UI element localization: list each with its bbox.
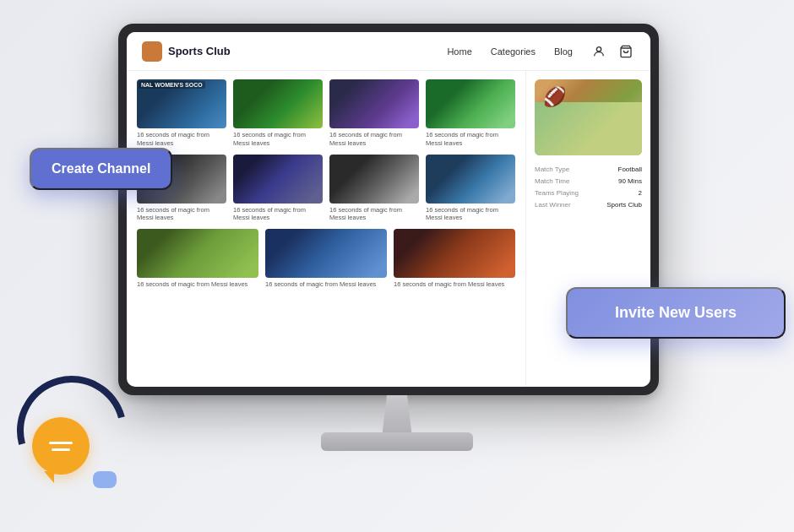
caption-9: 16 seconds of magic from Messi leaves xyxy=(137,280,258,289)
monitor: Sports Club Home Categories Blog xyxy=(118,24,676,463)
svg-point-0 xyxy=(596,46,601,51)
caption-7: 16 seconds of magic from Messi leaves xyxy=(329,206,419,223)
caption-6: 16 seconds of magic from Messi leaves xyxy=(233,206,323,223)
sidebar-stats: Match Type Football Match Time 90 Mins T… xyxy=(535,166,642,209)
stat-teams-playing: Teams Playing 2 xyxy=(535,189,642,197)
thumb-8 xyxy=(426,155,515,204)
stat-match-time: Match Time 90 Mins xyxy=(535,177,642,185)
video-card-4: 16 seconds of magic from Messi leaves xyxy=(426,79,515,148)
chat-line-1 xyxy=(49,442,73,444)
create-channel-button[interactable]: Create Channel xyxy=(30,148,172,190)
caption-2: 16 seconds of magic from Messi leaves xyxy=(233,131,323,148)
thumb-2 xyxy=(233,79,323,128)
thumb-11 xyxy=(394,229,515,278)
caption-11: 16 seconds of magic from Messi leaves xyxy=(394,280,515,289)
nav-logo: Sports Club xyxy=(142,41,231,62)
thumb-7 xyxy=(329,155,419,204)
thumb-1: NAL WOMEN'S SOCO xyxy=(137,79,226,128)
stat-value-teams: 2 xyxy=(639,189,642,197)
stat-label-match-time: Match Time xyxy=(535,177,569,185)
scene: Sports Club Home Categories Blog xyxy=(0,0,794,532)
caption-5: 16 seconds of magic from Messi leaves xyxy=(137,206,226,223)
nav-link-home[interactable]: Home xyxy=(447,46,471,57)
nav: Sports Club Home Categories Blog xyxy=(127,32,650,71)
nav-link-categories[interactable]: Categories xyxy=(491,46,536,57)
chat-line-2 xyxy=(52,448,70,451)
video-card-10: 16 seconds of magic from Messi leaves xyxy=(265,229,387,289)
sidebar-image xyxy=(535,79,642,155)
caption-10: 16 seconds of magic from Messi leaves xyxy=(265,280,387,289)
video-card-9: 16 seconds of magic from Messi leaves xyxy=(137,229,258,289)
video-grid: NAL WOMEN'S SOCO 16 seconds of magic fro… xyxy=(137,79,515,289)
grid-area: NAL WOMEN'S SOCO 16 seconds of magic fro… xyxy=(127,71,525,387)
thumb-10 xyxy=(265,229,387,278)
user-icon[interactable] xyxy=(590,42,608,61)
stat-value-winner: Sports Club xyxy=(606,201,642,209)
caption-3: 16 seconds of magic from Messi leaves xyxy=(329,131,419,148)
thumb-4 xyxy=(426,79,515,128)
thumb-3 xyxy=(329,79,419,128)
invite-users-button[interactable]: Invite New Users xyxy=(566,287,786,339)
logo-icon xyxy=(142,41,162,62)
grid-row-2: 16 seconds of magic from Messi leaves 16… xyxy=(137,155,515,223)
thumb-6 xyxy=(233,155,323,204)
nav-link-blog[interactable]: Blog xyxy=(554,46,573,57)
grid-row-1: NAL WOMEN'S SOCO 16 seconds of magic fro… xyxy=(137,79,515,148)
stat-match-type: Match Type Football xyxy=(535,166,642,173)
monitor-screen-outer: Sports Club Home Categories Blog xyxy=(118,24,659,395)
stat-last-winner: Last Winner Sports Club xyxy=(535,201,642,209)
video-card-6: 16 seconds of magic from Messi leaves xyxy=(233,155,323,223)
nav-links: Home Categories Blog xyxy=(447,46,573,57)
stat-label-teams: Teams Playing xyxy=(535,189,579,197)
chat-lines xyxy=(49,442,73,451)
sidebar: Match Type Football Match Time 90 Mins T… xyxy=(525,71,650,387)
caption-1: 16 seconds of magic from Messi leaves xyxy=(137,131,226,148)
main-content: NAL WOMEN'S SOCO 16 seconds of magic fro… xyxy=(127,71,650,387)
video-card-1: NAL WOMEN'S SOCO 16 seconds of magic fro… xyxy=(137,79,226,148)
logo-text: Sports Club xyxy=(168,45,231,57)
video-card-11: 16 seconds of magic from Messi leaves xyxy=(394,229,515,289)
nav-icons xyxy=(590,42,635,61)
stat-value-match-time: 90 Mins xyxy=(618,177,642,185)
video-card-8: 16 seconds of magic from Messi leaves xyxy=(426,155,515,223)
stat-value-match-type: Football xyxy=(618,166,642,173)
stat-label-winner: Last Winner xyxy=(535,201,571,209)
small-bubble xyxy=(93,471,117,488)
video-card-3: 16 seconds of magic from Messi leaves xyxy=(329,79,419,148)
cart-icon[interactable] xyxy=(617,42,635,61)
caption-4: 16 seconds of magic from Messi leaves xyxy=(426,131,515,148)
stat-label-match-type: Match Type xyxy=(535,166,569,173)
video-card-2: 16 seconds of magic from Messi leaves xyxy=(233,79,323,148)
video-card-7: 16 seconds of magic from Messi leaves xyxy=(329,155,419,223)
caption-8: 16 seconds of magic from Messi leaves xyxy=(426,206,515,223)
monitor-stand-base xyxy=(321,432,473,451)
grid-row-3: 16 seconds of magic from Messi leaves 16… xyxy=(137,229,515,289)
monitor-stand-neck xyxy=(372,395,422,437)
chat-bubble xyxy=(32,417,90,475)
thumb-9 xyxy=(137,229,258,278)
